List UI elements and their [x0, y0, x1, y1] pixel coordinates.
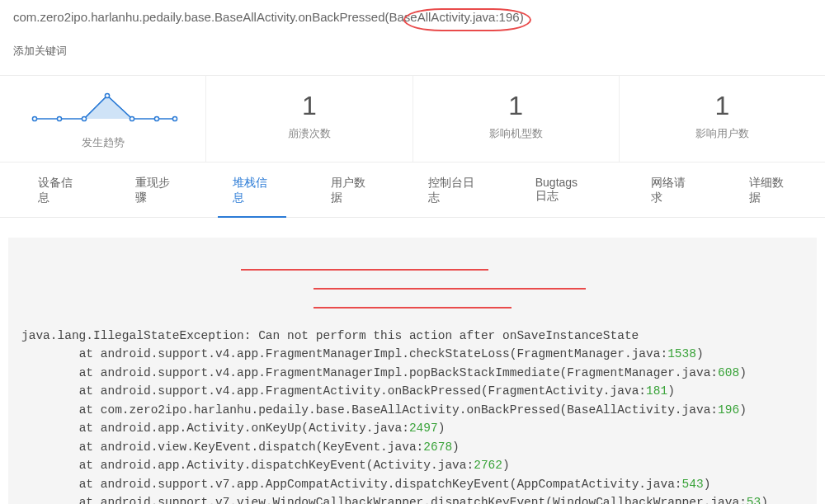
- annotation-underline: [314, 307, 512, 309]
- tab-detail[interactable]: 详细数据: [734, 163, 802, 217]
- crash-title-text: com.zero2ipo.harlanhu.pedaily.base.BaseA…: [13, 10, 524, 24]
- trend-sparkline: [25, 91, 182, 125]
- stat-label: 崩溃次数: [206, 126, 412, 141]
- stack-line: at android.view.KeyEvent.dispatch(KeyEve…: [21, 438, 804, 456]
- stat-device-count: 1 影响机型数: [413, 76, 620, 162]
- stack-line: at android.support.v4.app.FragmentActivi…: [21, 382, 804, 400]
- stats-row: 发生趋势 1 崩溃次数 1 影响机型数 1 影响用户数: [0, 75, 825, 163]
- svg-point-6: [154, 116, 158, 120]
- svg-point-1: [32, 116, 36, 120]
- svg-marker-0: [84, 96, 132, 119]
- svg-point-2: [57, 116, 61, 120]
- svg-point-3: [82, 116, 86, 120]
- annotation-underline: [241, 269, 488, 271]
- stat-label: 影响用户数: [620, 126, 825, 141]
- svg-point-5: [130, 116, 134, 120]
- stat-value: 1: [413, 91, 619, 121]
- tab-userdata[interactable]: 用户数据: [316, 163, 384, 217]
- stat-value: 1: [620, 91, 825, 121]
- tabs: 设备信息 重现步骤 堆栈信息 用户数据 控制台日志 Bugtags 日志 网络请…: [0, 163, 825, 218]
- stat-crash-count: 1 崩溃次数: [206, 76, 412, 162]
- stat-trend: 发生趋势: [0, 76, 206, 162]
- tab-stack[interactable]: 堆栈信息: [218, 163, 285, 217]
- tab-network[interactable]: 网络请求: [636, 163, 704, 217]
- stack-line: at android.app.Activity.dispatchKeyEvent…: [21, 456, 804, 474]
- tab-console[interactable]: 控制台日志: [413, 163, 491, 217]
- stack-line: at android.support.v4.app.FragmentManage…: [21, 345, 804, 363]
- stack-line: at android.support.v4.app.FragmentManage…: [21, 364, 804, 382]
- stat-value: 1: [206, 91, 412, 121]
- stack-line: at android.support.v7.app.AppCompatActiv…: [21, 475, 804, 493]
- add-keyword-link[interactable]: 添加关键词: [13, 44, 812, 59]
- tab-repro[interactable]: 重现步骤: [120, 163, 188, 217]
- stack-line: at com.zero2ipo.harlanhu.pedaily.base.Ba…: [21, 401, 804, 419]
- tab-bugtags[interactable]: Bugtags 日志: [521, 163, 607, 217]
- stack-line: at android.app.Activity.onKeyUp(Activity…: [21, 419, 804, 437]
- svg-point-4: [105, 93, 109, 97]
- stat-user-count: 1 影响用户数: [620, 76, 825, 162]
- tab-device[interactable]: 设备信息: [23, 163, 91, 217]
- stat-label: 影响机型数: [413, 126, 619, 141]
- stat-trend-label: 发生趋势: [0, 135, 205, 150]
- svg-point-7: [172, 116, 177, 120]
- stack-line: at android.support.v7.view.WindowCallbac…: [21, 493, 804, 504]
- crash-title: com.zero2ipo.harlanhu.pedaily.base.BaseA…: [13, 10, 812, 24]
- stack-trace: java.lang.IllegalStateException: Can not…: [8, 238, 817, 504]
- annotation-underline: [314, 288, 586, 290]
- stack-exception: java.lang.IllegalStateException: Can not…: [21, 327, 804, 345]
